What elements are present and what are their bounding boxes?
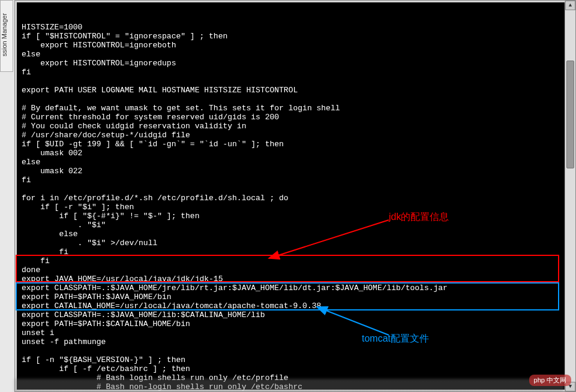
term-line: umask 022 — [22, 167, 82, 176]
term-line: unset -f pathmunge — [22, 337, 106, 346]
term-line: . "$i" >/dev/null — [22, 239, 157, 248]
term-line: done — [22, 266, 40, 275]
term-line: else — [22, 50, 40, 59]
term-line: export PATH USER LOGNAME MAIL HOSTNAME H… — [22, 86, 298, 95]
obscured-footer — [14, 379, 564, 392]
tomcat-annotation-label: tomcat配置文件 — [362, 334, 429, 343]
term-line: if [ "$HISTCONTROL" = "ignorespace" ] ; … — [22, 32, 227, 41]
term-line: else — [22, 230, 78, 239]
term-line: fi — [22, 68, 31, 77]
term-line: fi — [22, 176, 31, 185]
term-line: # You could check uidgid reservation val… — [22, 122, 246, 131]
term-line: export HISTCONTROL=ignoreboth — [22, 41, 176, 50]
term-line: fi — [22, 257, 50, 266]
term-line: if [ -f /etc/bashrc ] ; then — [22, 364, 190, 373]
watermark-badge: php 中文网 — [529, 375, 571, 386]
term-line: fi — [22, 248, 68, 257]
term-line: # Current threshold for system reserved … — [22, 113, 279, 122]
session-manager-tab[interactable]: ssion Manager — [0, 0, 13, 72]
term-line: export CATALINA_HOME=/usr/local/java/tom… — [22, 301, 321, 310]
term-line: umask 002 — [22, 149, 82, 158]
term-line: if [ -r "$i" ]; then — [22, 203, 134, 212]
term-line: unset i — [22, 328, 55, 337]
term-line: . "$i" — [22, 221, 106, 230]
term-line: export JAVA_HOME=/usr/local/java/jdk/jdk… — [22, 275, 223, 284]
term-line: export HISTCONTROL=ignoredups — [22, 59, 176, 68]
term-line: if [ "${-#*i}" != "$-" ]; then — [22, 212, 199, 221]
term-line: export CLASSPATH=.:$JAVA_HOME/lib:$CATAL… — [22, 310, 265, 319]
term-line: if [ -n "${BASH_VERSION-}" ] ; then — [22, 355, 185, 364]
term-line: # By default, we want umask to get set. … — [22, 104, 340, 113]
term-line: export PATH=$PATH:$JAVA_HOME/bin — [22, 293, 172, 301]
scroll-up-button[interactable]: ▲ — [565, 1, 575, 10]
terminal-frame: HISTSIZE=1000 if [ "$HISTCONTROL" = "ign… — [14, 0, 576, 392]
terminal-content: HISTSIZE=1000 if [ "$HISTCONTROL" = "ign… — [22, 23, 569, 392]
term-line: for i in /etc/profile.d/*.sh /etc/profil… — [22, 194, 289, 203]
term-line: export CLASSPATH=.:$JAVA_HOME/jre/lib/rt… — [22, 284, 448, 293]
term-line: # /usr/share/doc/setup-*/uidgid file — [22, 131, 190, 140]
term-line: if [ $UID -gt 199 ] && [ "`id -gn`" = "`… — [22, 140, 284, 149]
term-line: else — [22, 158, 40, 167]
jdk-annotation-label: jdk的配置信息 — [389, 212, 449, 221]
term-line: export PATH=$PATH:$CATALINA_HOME/bin — [22, 319, 190, 328]
term-line: HISTSIZE=1000 — [22, 23, 82, 32]
terminal[interactable]: HISTSIZE=1000 if [ "$HISTCONTROL" = "ign… — [17, 2, 574, 390]
